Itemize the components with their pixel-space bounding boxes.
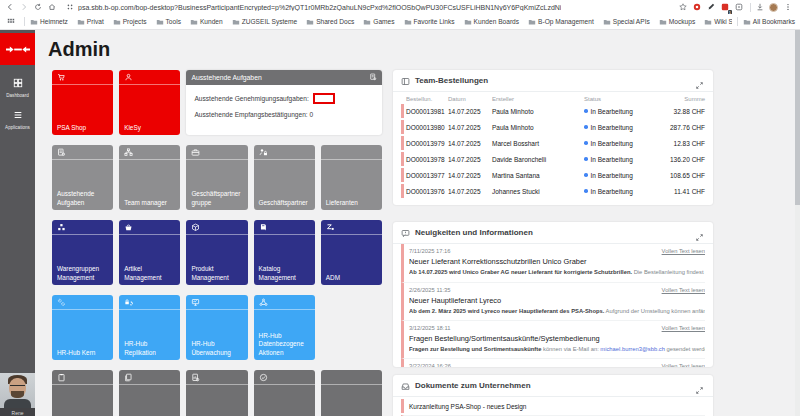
tile-hrhub-kern[interactable]: HR-Hub Kern [52, 295, 113, 360]
pending-tasks-panel: Ausstehende Aufgaben Ausstehende Genehmi… [186, 70, 382, 135]
tile-ausstehende-aufgaben[interactable]: Ausstehende Aufgaben [52, 145, 113, 210]
expand-icon[interactable] [695, 228, 705, 238]
bookmark-folder[interactable]: Mockups [659, 18, 695, 26]
expand-icon[interactable] [695, 76, 705, 86]
address-bar[interactable]: psa.sbb.b-op.com/bop-desktop?BusinessPar… [60, 1, 677, 13]
bookmark-folder[interactable]: Games [363, 18, 394, 26]
all-bookmarks[interactable]: All Bookmarks [743, 18, 795, 26]
status-text: In Bearbeitung [591, 172, 633, 179]
bookmark-folder[interactable]: Projects [113, 18, 147, 26]
read-more-link[interactable]: Vollen Text lesen [662, 363, 705, 367]
bookmark-folder[interactable]: Favorite Links [404, 18, 455, 26]
status-dot [584, 157, 588, 161]
gears-icon [57, 295, 66, 311]
tile-lieferanten[interactable]: Lieferanten [321, 145, 382, 210]
bookmark-folder[interactable]: ZUGSEIL Systeme [232, 18, 297, 26]
read-more-link[interactable]: Vollen Text lesen [662, 287, 705, 293]
documents-card: Dokumente zum Unternehmen Kurzanleitung … [393, 375, 713, 416]
sidebar-item-label: Applications [0, 125, 35, 130]
status-text: In Bearbeitung [591, 188, 633, 195]
order-row[interactable]: DO0001397914.07.2025Marcel Bosshart In B… [401, 136, 705, 150]
bookmark-folder[interactable]: B-Op Management [528, 18, 594, 26]
news-body: Ab 14.07.2025 wird Unico Graber AG neuer… [409, 269, 705, 275]
cube-icon [191, 220, 200, 236]
scrollbar-thumb[interactable] [795, 30, 800, 205]
download-icon[interactable] [754, 2, 765, 13]
tile-doc-chart[interactable] [186, 370, 247, 416]
order-row[interactable]: DO0001398114.07.2025Paula Minhoto In Bea… [401, 104, 705, 118]
bookmark-folder[interactable]: Tools [156, 18, 181, 26]
news-date: 3/22/2024 16:26 [409, 363, 451, 367]
home-icon[interactable] [46, 2, 57, 13]
tile-doc-copy[interactable] [119, 370, 180, 416]
news-title: Neuer Lieferant Korrektionsschutzbrillen… [409, 257, 705, 266]
sidebar-item-dashboard[interactable]: Dashboard [0, 74, 35, 98]
sidebar-item-applications[interactable]: Applications [0, 106, 35, 130]
documents-tray-icon [401, 377, 410, 395]
panel-title: Ausstehende Aufgaben [191, 74, 261, 81]
bookmark-star-icon[interactable] [677, 2, 688, 13]
url-text[interactable]: psa.sbb.b-op.com/bop-desktop?BusinessPar… [78, 4, 561, 11]
tile-hrhub-datenbezogene-aktionen[interactable]: HR-Hub Datenbezogene Aktionen [254, 295, 315, 360]
tile-hrhub-replikation[interactable]: HR-Hub Replikation [119, 295, 180, 360]
tile-artikel-management[interactable]: Artikel Management [119, 220, 180, 285]
profile-avatar[interactable] [768, 2, 779, 13]
apps-grid-icon[interactable] [5, 16, 16, 27]
tile-unlabeled[interactable] [321, 370, 382, 416]
bookmark-folder[interactable]: Kunden Boards [464, 18, 519, 26]
orders-table-header: Bestellun. Datum Ersteller Status Summe [401, 96, 705, 102]
tile-katalog-management[interactable]: Katalog Management [254, 220, 315, 285]
tile-clipboard[interactable] [52, 370, 113, 416]
sidebar-item-label: Dashboard [0, 93, 35, 98]
bookmark-folder[interactable]: Shared Docs [306, 18, 354, 26]
tile-adm[interactable]: ADM [321, 220, 382, 285]
tile-produkt-management[interactable]: Produkt Management [186, 220, 247, 285]
tile-check[interactable] [254, 370, 315, 416]
news-item[interactable]: 3/12/2025 18:11 Vollen Text lesen Fragen… [401, 320, 705, 358]
reload-icon[interactable] [32, 2, 43, 13]
tile-warengruppen-management[interactable]: Warengruppen Management [52, 220, 113, 285]
bookmark-folder[interactable]: Heimnetz [30, 18, 68, 26]
status-dot [584, 173, 588, 177]
news-date: 2/26/2025 11:35 [409, 287, 450, 293]
tile-psa-shop[interactable]: PSA Shop [52, 70, 113, 135]
monitor-icon [191, 295, 200, 311]
tile-geschaeftspartner[interactable]: Geschäftspartner [254, 145, 315, 210]
order-row[interactable]: DO0001398014.07.2025Paula Minhoto In Bea… [401, 120, 705, 134]
tile-label: Produkt Management [191, 265, 244, 282]
extensions-puzzle-icon[interactable] [733, 2, 744, 13]
extension-badge-icon[interactable]: 1 [719, 2, 730, 13]
document-item[interactable]: Kurzanleitung PSA-Shop - neues Design [401, 399, 705, 413]
bookmark-folder[interactable]: Kunden [190, 18, 223, 26]
forward-icon[interactable] [18, 2, 29, 13]
bookmarks-divider [24, 17, 25, 26]
cart-icon [57, 70, 66, 86]
news-item[interactable]: 2/26/2025 11:35 Vollen Text lesen Neuer … [401, 282, 705, 320]
news-item[interactable]: 3/22/2024 16:26 Vollen Text lesen [401, 358, 705, 367]
tile-hrhub-ueberwachung[interactable]: HR-Hub Überwachung [186, 295, 247, 360]
expand-icon[interactable] [695, 381, 705, 391]
page-scrollbar[interactable] [795, 30, 800, 416]
order-row[interactable]: DO0001397714.07.2025Martina Santana In B… [401, 168, 705, 182]
browser-menu-icon[interactable] [782, 2, 793, 13]
tile-label: Lieferanten [326, 199, 379, 207]
bookmark-folder[interactable]: Special APIs [603, 18, 650, 26]
tile-geschaeftspartner-gruppe[interactable]: Geschäftspartner gruppe [186, 145, 247, 210]
order-row[interactable]: DO0001397814.07.2025Davide Baronchelli I… [401, 152, 705, 166]
order-row[interactable]: DO0001397614.07.2025Johannes Stucki In B… [401, 184, 705, 198]
tile-team-manager[interactable]: Team manager [119, 145, 180, 210]
back-icon[interactable] [4, 2, 15, 13]
tile-klesy[interactable]: KleSy [119, 70, 180, 135]
z-icon [326, 220, 335, 236]
bookmark-folder[interactable]: Privat [77, 18, 104, 26]
clipboard-icon [57, 370, 66, 386]
read-more-link[interactable]: Vollen Text lesen [662, 248, 705, 254]
news-item[interactable]: 7/11/2025 17:16 Vollen Text lesen Neuer … [401, 244, 705, 282]
read-more-link[interactable]: Vollen Text lesen [662, 325, 705, 331]
email-link[interactable]: michael.burren3@sbb.ch [600, 346, 665, 352]
user-photo[interactable] [0, 373, 35, 408]
extension-red-circle-icon[interactable] [691, 2, 702, 13]
bookmark-folder[interactable]: Wiki Seiten [704, 18, 732, 26]
tab-groups-icon[interactable] [64, 2, 75, 13]
extension-pen-icon[interactable] [705, 2, 716, 13]
